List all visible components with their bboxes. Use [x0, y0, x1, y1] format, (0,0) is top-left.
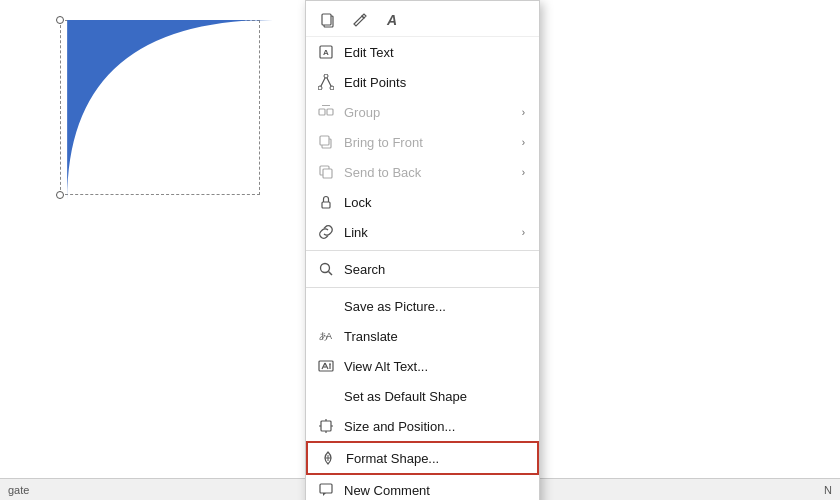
- menu-item-icon-send-to-back: [316, 162, 336, 182]
- selection-handle-tl[interactable]: [56, 16, 64, 24]
- svg-rect-9: [322, 105, 330, 106]
- menu-item-label-new-comment: New Comment: [344, 483, 525, 498]
- menu-item-label-edit-text: Edit Text: [344, 45, 525, 60]
- menu-item-icon-search: [316, 259, 336, 279]
- menu-toolbar: A: [306, 4, 539, 37]
- menu-item-icon-lock: [316, 192, 336, 212]
- menu-item-label-format-shape: Format Shape...: [346, 451, 523, 466]
- svg-text:A: A: [326, 331, 332, 341]
- svg-point-4: [318, 86, 322, 90]
- menu-item-arrow-link: ›: [522, 227, 525, 238]
- separator-after-search: [306, 287, 539, 288]
- status-left: gate: [8, 484, 29, 496]
- status-right: N: [824, 484, 832, 496]
- menu-item-label-link: Link: [344, 225, 522, 240]
- status-right-text: N: [824, 484, 832, 496]
- svg-rect-7: [319, 109, 325, 115]
- menu-item-label-size-and-position: Size and Position...: [344, 419, 525, 434]
- svg-rect-32: [320, 484, 332, 493]
- menu-item-search[interactable]: Search: [306, 254, 539, 284]
- menu-item-bring-to-front[interactable]: Bring to Front›: [306, 127, 539, 157]
- canvas: A AEdit TextEdit PointsGroup›Bring to Fr…: [0, 0, 840, 500]
- menu-item-arrow-bring-to-front: ›: [522, 137, 525, 148]
- menu-item-label-send-to-back: Send to Back: [344, 165, 522, 180]
- menu-item-label-bring-to-front: Bring to Front: [344, 135, 522, 150]
- menu-item-label-translate: Translate: [344, 329, 525, 344]
- menu-item-icon-set-default-shape: [316, 386, 336, 406]
- toolbar-icon-3[interactable]: A: [380, 8, 404, 32]
- menu-item-arrow-group: ›: [522, 107, 525, 118]
- menu-item-icon-format-shape: [318, 448, 338, 468]
- toolbar-icon-2[interactable]: [348, 8, 372, 32]
- menu-item-icon-translate: あA: [316, 326, 336, 346]
- menu-item-link[interactable]: Link›: [306, 217, 539, 247]
- selection-handle-bl[interactable]: [56, 191, 64, 199]
- menu-item-icon-edit-points: [316, 72, 336, 92]
- svg-rect-25: [321, 421, 331, 431]
- menu-item-icon-group: [316, 102, 336, 122]
- menu-item-icon-save-as-picture: [316, 296, 336, 316]
- svg-rect-13: [323, 169, 332, 178]
- svg-rect-8: [327, 109, 333, 115]
- menu-item-icon-link: [316, 222, 336, 242]
- toolbar-icon-1[interactable]: [316, 8, 340, 32]
- menu-item-label-search: Search: [344, 262, 525, 277]
- context-menu: A AEdit TextEdit PointsGroup›Bring to Fr…: [305, 0, 540, 500]
- menu-item-label-group: Group: [344, 105, 522, 120]
- menu-item-icon-edit-text: A: [316, 42, 336, 62]
- svg-rect-11: [320, 136, 329, 145]
- menu-item-save-as-picture[interactable]: Save as Picture...: [306, 291, 539, 321]
- menu-item-set-default-shape[interactable]: Set as Default Shape: [306, 381, 539, 411]
- menu-item-label-edit-points: Edit Points: [344, 75, 525, 90]
- menu-items-container: AEdit TextEdit PointsGroup›Bring to Fron…: [306, 37, 539, 500]
- menu-item-size-and-position[interactable]: Size and Position...: [306, 411, 539, 441]
- svg-rect-14: [322, 202, 330, 208]
- menu-item-icon-bring-to-front: [316, 132, 336, 152]
- menu-item-view-alt-text[interactable]: View Alt Text...: [306, 351, 539, 381]
- svg-rect-1: [322, 14, 331, 25]
- menu-item-icon-size-and-position: [316, 416, 336, 436]
- menu-item-edit-text[interactable]: AEdit Text: [306, 37, 539, 67]
- svg-line-20: [322, 363, 325, 369]
- menu-item-lock[interactable]: Lock: [306, 187, 539, 217]
- menu-item-icon-view-alt-text: [316, 356, 336, 376]
- menu-item-arrow-send-to-back: ›: [522, 167, 525, 178]
- menu-item-edit-points[interactable]: Edit Points: [306, 67, 539, 97]
- menu-item-label-view-alt-text: View Alt Text...: [344, 359, 525, 374]
- menu-item-format-shape[interactable]: Format Shape...: [306, 441, 539, 475]
- shape-container: [50, 10, 300, 210]
- menu-item-send-to-back[interactable]: Send to Back›: [306, 157, 539, 187]
- svg-text:A: A: [323, 48, 329, 57]
- svg-point-15: [321, 264, 330, 273]
- svg-point-6: [324, 74, 328, 78]
- menu-item-icon-new-comment: [316, 480, 336, 500]
- menu-item-group[interactable]: Group›: [306, 97, 539, 127]
- menu-item-label-save-as-picture: Save as Picture...: [344, 299, 525, 314]
- svg-line-16: [329, 272, 333, 276]
- shape-svg: [60, 20, 280, 200]
- svg-point-5: [330, 86, 334, 90]
- menu-item-translate[interactable]: あATranslate: [306, 321, 539, 351]
- menu-item-label-lock: Lock: [344, 195, 525, 210]
- separator-after-link: [306, 250, 539, 251]
- menu-item-new-comment[interactable]: New Comment: [306, 475, 539, 500]
- menu-item-label-set-default-shape: Set as Default Shape: [344, 389, 525, 404]
- svg-line-21: [325, 363, 328, 369]
